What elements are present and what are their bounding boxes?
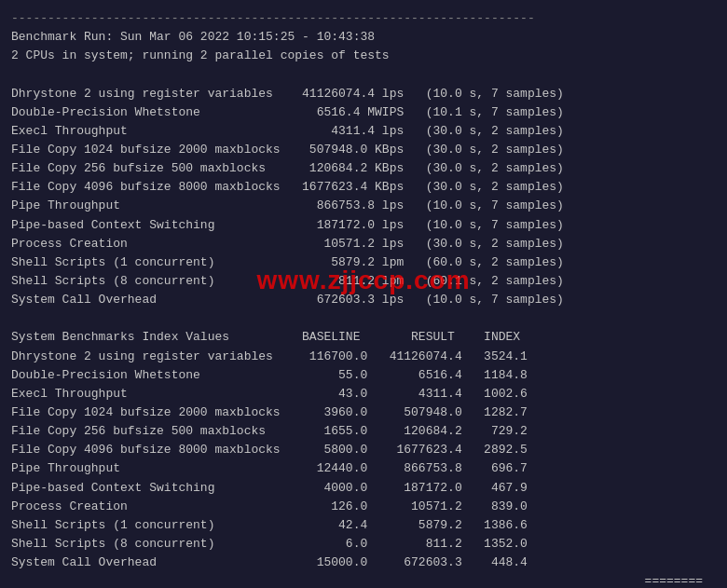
index-row: Execl Throughput 43.0 4311.4 1002.6 bbox=[11, 385, 716, 403]
result-row: System Call Overhead 672603.3 lps (10.0 … bbox=[11, 291, 716, 309]
index-row: File Copy 4096 bufsize 8000 maxblocks 58… bbox=[11, 441, 716, 459]
blank1 bbox=[11, 65, 716, 84]
result-row: Pipe-based Context Switching 187172.0 lp… bbox=[11, 216, 716, 235]
result-row: Dhrystone 2 using register variables 411… bbox=[11, 85, 716, 103]
index-row: Double-Precision Whetstone 55.0 6516.4 1… bbox=[11, 366, 716, 385]
index-row: System Call Overhead 15000.0 672603.3 44… bbox=[11, 554, 716, 572]
result-row: File Copy 4096 bufsize 8000 maxblocks 16… bbox=[11, 178, 716, 197]
index-header: System Benchmarks Index Values BASELINE … bbox=[11, 328, 716, 347]
header-line1: Benchmark Run: Sun Mar 06 2022 10:15:25 … bbox=[11, 28, 716, 47]
blank2 bbox=[11, 309, 716, 328]
result-row: Double-Precision Whetstone 6516.4 MWIPS … bbox=[11, 103, 716, 122]
index-row: File Copy 1024 bufsize 2000 maxblocks 39… bbox=[11, 403, 716, 422]
index-row: Shell Scripts (8 concurrent) 6.0 811.2 1… bbox=[11, 535, 716, 554]
header-line2: 2 CPUs in system; running 2 parallel cop… bbox=[11, 47, 716, 65]
result-row: Execl Throughput 4311.4 lps (30.0 s, 2 s… bbox=[11, 122, 716, 141]
terminal-window: ----------------------------------------… bbox=[11, 9, 716, 588]
result-row: Shell Scripts (1 concurrent) 5879.2 lpm … bbox=[11, 253, 716, 272]
index-row: Shell Scripts (1 concurrent) 42.4 5879.2… bbox=[11, 516, 716, 535]
score-sep-line: ======== bbox=[11, 572, 716, 588]
result-row: File Copy 256 bufsize 500 maxblocks 1206… bbox=[11, 159, 716, 178]
index-row: File Copy 256 bufsize 500 maxblocks 1655… bbox=[11, 422, 716, 441]
index-row: Pipe-based Context Switching 4000.0 1871… bbox=[11, 479, 716, 498]
index-section: Dhrystone 2 using register variables 116… bbox=[11, 348, 716, 573]
result-row: Shell Scripts (8 concurrent) 811.2 lpm (… bbox=[11, 272, 716, 291]
index-row: Pipe Throughput 12440.0 866753.8 696.7 bbox=[11, 459, 716, 478]
separator-top: ----------------------------------------… bbox=[11, 9, 716, 28]
index-row: Dhrystone 2 using register variables 116… bbox=[11, 348, 716, 366]
index-row: Process Creation 126.0 10571.2 839.0 bbox=[11, 498, 716, 516]
result-row: Pipe Throughput 866753.8 lps (10.0 s, 7 … bbox=[11, 197, 716, 215]
result-row: Process Creation 10571.2 lps (30.0 s, 2 … bbox=[11, 235, 716, 253]
results-section: Dhrystone 2 using register variables 411… bbox=[11, 85, 716, 310]
result-row: File Copy 1024 bufsize 2000 maxblocks 50… bbox=[11, 141, 716, 159]
